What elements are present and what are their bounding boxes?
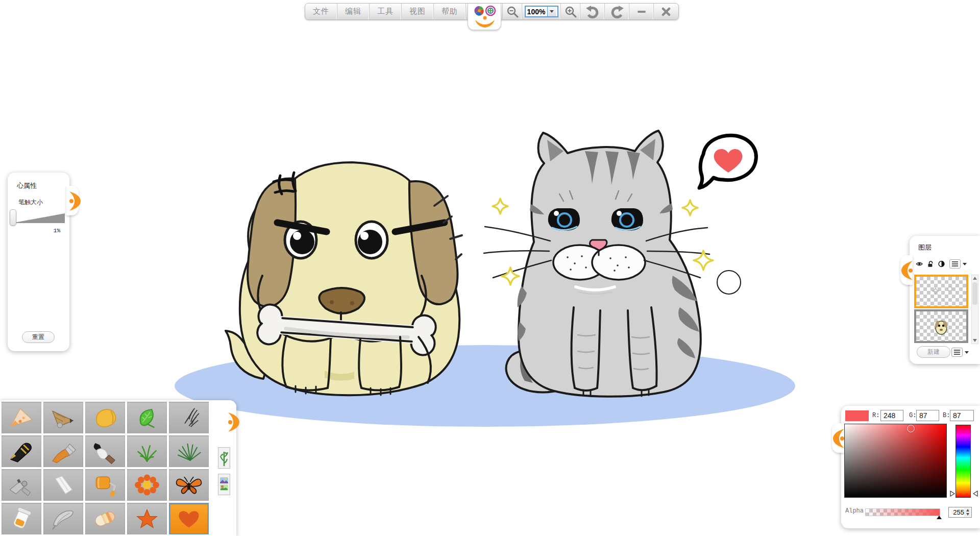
chevron-down-icon	[965, 351, 969, 354]
brush-wood-pencil[interactable]	[43, 402, 83, 433]
alpha-label: Alpha	[845, 507, 864, 515]
brush-page-bamboo[interactable]	[218, 447, 230, 469]
close-button[interactable]	[654, 4, 678, 19]
zoom-level-control	[522, 4, 561, 19]
zoom-level-field[interactable]	[525, 6, 558, 17]
layer-list	[914, 275, 968, 344]
scroll-up-arrow[interactable]	[972, 275, 978, 281]
green-input[interactable]	[916, 410, 939, 421]
brush-star[interactable]	[127, 503, 167, 534]
red-input[interactable]	[880, 410, 903, 421]
brush-sharp-pencil[interactable]	[2, 402, 41, 433]
alpha-gradient	[866, 509, 940, 516]
zoom-in-button[interactable]	[561, 4, 580, 19]
undo-button[interactable]	[580, 4, 605, 19]
palette-collapse-handle[interactable]	[226, 407, 238, 437]
alpha-slider[interactable]	[865, 508, 940, 516]
layer-lock-icon[interactable]	[927, 259, 934, 269]
panel-ear-icon	[899, 259, 915, 282]
layers-scrollbar[interactable]	[971, 275, 978, 344]
color-cursor[interactable]	[907, 425, 915, 432]
main-toolbar: 文件 编辑 工具 视图 帮助	[305, 3, 679, 20]
redo-button[interactable]	[605, 4, 629, 19]
dog-drawing	[226, 162, 462, 395]
hue-marker-left[interactable]	[950, 491, 955, 497]
zoom-dropdown-button[interactable]	[547, 7, 556, 16]
alpha-slider-marker[interactable]	[937, 516, 942, 519]
chevron-down-icon	[550, 10, 554, 13]
layer-blend-menu[interactable]	[949, 259, 961, 269]
brush-grid	[0, 400, 210, 536]
brush-size-slider[interactable]	[10, 209, 67, 228]
brush-paint-roller[interactable]	[85, 469, 125, 501]
hue-strip[interactable]	[955, 425, 971, 498]
brush-ink-brush[interactable]	[85, 435, 125, 467]
layer-opacity-icon[interactable]	[938, 259, 945, 269]
zoom-out-icon	[506, 5, 519, 18]
menu-file[interactable]: 文件	[305, 4, 337, 19]
layers-panel: 图层	[910, 236, 980, 364]
undo-icon	[585, 5, 600, 18]
layers-options-menu[interactable]	[951, 348, 963, 357]
brush-flower[interactable]	[127, 469, 167, 501]
alpha-input[interactable]	[950, 508, 964, 517]
cat-drawing	[484, 131, 709, 397]
scroll-down-arrow[interactable]	[972, 337, 978, 344]
brush-heart[interactable]	[169, 503, 209, 534]
menu-edit[interactable]: 编辑	[337, 4, 370, 19]
brush-paintbrush[interactable]	[43, 435, 83, 467]
brush-butterfly[interactable]	[169, 469, 209, 501]
saturation-value-square[interactable]	[844, 424, 947, 498]
brush-blade[interactable]	[43, 503, 83, 534]
brush-page-images[interactable]	[218, 474, 230, 495]
sumo-logo-button[interactable]	[466, 4, 503, 19]
chevron-down-icon	[963, 263, 967, 265]
layer2-thumbnail	[916, 311, 966, 341]
scrollbar-thumb[interactable]	[972, 282, 977, 305]
brush-paint-tube[interactable]	[2, 503, 41, 534]
zoom-out-button[interactable]	[503, 4, 522, 19]
brush-chalk[interactable]	[43, 469, 83, 501]
brush-fountain-pen[interactable]	[2, 435, 41, 467]
layers-collapse-handle[interactable]	[900, 255, 913, 285]
brush-fur[interactable]	[169, 402, 209, 433]
minimize-icon	[638, 11, 646, 13]
brush-crayon[interactable]	[85, 402, 125, 433]
slider-track[interactable]	[12, 213, 65, 224]
spinner-down-icon	[966, 513, 969, 516]
alpha-spinner[interactable]	[964, 508, 971, 517]
slider-handle[interactable]	[10, 209, 16, 226]
bamboo-brushes-icon	[219, 449, 229, 467]
blue-input[interactable]	[950, 410, 974, 421]
hue-marker-right[interactable]	[973, 491, 978, 497]
zoom-level-input[interactable]	[526, 8, 547, 16]
minimize-button[interactable]	[629, 4, 654, 19]
panel-ear-icon	[67, 190, 83, 212]
brush-size-label: 笔触大小	[18, 198, 43, 207]
heart-speech-bubble	[699, 135, 756, 188]
panel-collapse-handle[interactable]	[66, 186, 79, 215]
menu-help[interactable]: 帮助	[434, 4, 466, 19]
brush-leaf[interactable]	[127, 402, 167, 433]
panel-title: 心属性	[17, 181, 37, 190]
brush-eraser[interactable]	[85, 503, 125, 534]
brush-grass[interactable]	[127, 435, 167, 467]
menu-view[interactable]: 视图	[402, 4, 434, 19]
layer-row-2[interactable]	[914, 309, 968, 343]
brush-palette-panel	[0, 400, 236, 536]
brush-palette-sidebar	[211, 400, 236, 536]
close-icon	[662, 7, 671, 16]
layer-visibility-icon[interactable]	[916, 260, 923, 268]
blue-label: B:	[943, 412, 950, 419]
layer-row-1[interactable]	[914, 275, 968, 308]
brush-pine-needles[interactable]	[169, 435, 209, 467]
zoom-in-icon	[564, 5, 577, 18]
color-collapse-handle[interactable]	[832, 423, 844, 453]
reset-button[interactable]: 重置	[22, 331, 55, 343]
alpha-value-box	[948, 507, 972, 518]
menu-tools[interactable]: 工具	[370, 4, 402, 19]
brush-airbrush[interactable]	[2, 469, 41, 501]
new-layer-button[interactable]: 新建	[917, 346, 950, 358]
green-label: G:	[909, 412, 916, 419]
spinner-up-icon	[966, 509, 969, 511]
